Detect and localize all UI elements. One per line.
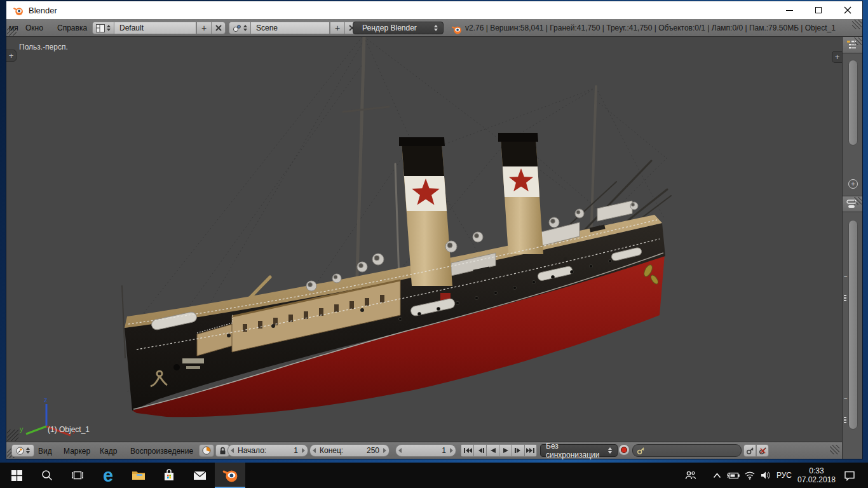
- delete-keyframe-button[interactable]: [756, 444, 769, 457]
- wifi-icon: [744, 471, 756, 480]
- scene-value: Scene: [256, 24, 278, 32]
- frame-end-value: 250: [343, 446, 379, 455]
- minimize-button[interactable]: [775, 1, 804, 19]
- properties-header: [843, 196, 862, 212]
- sync-mode-dropdown[interactable]: Без синхронизации: [540, 444, 618, 457]
- browse-arrows-icon: [243, 25, 247, 31]
- minus-icon[interactable]: −: [844, 273, 848, 280]
- close-button[interactable]: [833, 1, 862, 19]
- scene-browse-button[interactable]: [229, 22, 250, 34]
- language-indicator[interactable]: РУС: [773, 463, 796, 488]
- blender-logo-icon: [222, 466, 238, 483]
- info-header: мя Окно Справка Default +: [6, 19, 862, 37]
- increment-arrow-icon[interactable]: [450, 448, 453, 453]
- store-button[interactable]: [154, 463, 184, 488]
- clock-tray[interactable]: 0:33 07.02.2018: [796, 463, 837, 488]
- plus-icon: +: [9, 51, 14, 60]
- start-button[interactable]: [1, 463, 32, 488]
- mail-button[interactable]: [184, 463, 215, 488]
- play-reverse-button[interactable]: [486, 444, 499, 457]
- action-center-icon: [844, 470, 855, 481]
- frame-end-label: Конец:: [320, 446, 343, 455]
- frame-end-field[interactable]: Конец: 250: [309, 444, 390, 457]
- battery-tray-button[interactable]: [725, 463, 742, 488]
- minus-icon[interactable]: −: [844, 395, 848, 402]
- folder-icon: [132, 470, 146, 481]
- menu-frame[interactable]: Кадр: [100, 447, 117, 456]
- outliner-body: +: [843, 53, 862, 196]
- task-view-icon: [71, 470, 84, 480]
- screen-layout-browse-button[interactable]: [92, 22, 114, 34]
- tray-date: 07.02.2018: [797, 475, 836, 484]
- chevron-up-icon: [713, 473, 721, 478]
- view-perspective-label: Польз.-персп.: [19, 43, 68, 51]
- properties-scrollbar[interactable]: [848, 220, 858, 430]
- increment-arrow-icon[interactable]: [302, 448, 305, 453]
- properties-region-expand-tab[interactable]: +: [832, 51, 842, 63]
- scene-field[interactable]: Scene: [250, 22, 330, 34]
- jump-to-end-button[interactable]: [524, 444, 537, 457]
- ship-model[interactable]: [6, 37, 842, 442]
- record-icon: [621, 447, 627, 453]
- insert-keyframe-button[interactable]: [743, 444, 756, 457]
- maximize-button[interactable]: [804, 1, 833, 19]
- people-tray-button[interactable]: [681, 463, 700, 488]
- resize-grip[interactable]: [830, 445, 839, 454]
- wifi-tray-button[interactable]: [742, 463, 758, 488]
- increment-arrow-icon[interactable]: [383, 448, 386, 453]
- render-engine-dropdown[interactable]: Рендер Blender: [353, 22, 444, 34]
- blender-taskbar-button[interactable]: [215, 463, 245, 488]
- add-scene-button[interactable]: +: [330, 22, 344, 34]
- decrement-arrow-icon[interactable]: [231, 448, 234, 453]
- plus-icon: +: [201, 23, 207, 33]
- menu-marker[interactable]: Маркер: [64, 447, 90, 456]
- jump-to-start-button[interactable]: [461, 444, 473, 457]
- next-keyframe-button[interactable]: [512, 444, 524, 457]
- minimize-icon: [786, 10, 793, 11]
- keying-set-selector[interactable]: [632, 444, 742, 457]
- decrement-arrow-icon[interactable]: [398, 448, 402, 453]
- decrement-arrow-icon[interactable]: [313, 448, 316, 453]
- blender-logo-icon: [13, 5, 24, 16]
- resize-grip[interactable]: [7, 430, 18, 441]
- resize-grip[interactable]: [854, 37, 862, 45]
- action-center-button[interactable]: [840, 463, 859, 488]
- panel-drag-dots-icon[interactable]: [844, 295, 846, 301]
- file-explorer-button[interactable]: [123, 463, 154, 488]
- tray-time: 0:33: [809, 466, 824, 475]
- edge-browser-button[interactable]: e: [93, 463, 123, 488]
- tray-expand-button[interactable]: [709, 463, 724, 488]
- frame-start-field[interactable]: Начало: 1: [227, 444, 308, 457]
- toolshelf-expand-tab[interactable]: +: [6, 50, 17, 62]
- search-button[interactable]: [32, 463, 62, 488]
- jump-start-icon: [463, 447, 473, 454]
- titlebar[interactable]: Blender: [6, 1, 862, 19]
- delete-layout-button[interactable]: [211, 22, 226, 34]
- resize-grip[interactable]: [854, 197, 862, 205]
- add-layout-button[interactable]: +: [196, 22, 211, 34]
- current-frame-field[interactable]: 1: [395, 444, 456, 457]
- play-button[interactable]: [499, 444, 512, 457]
- language-label: РУС: [776, 471, 792, 480]
- menu-view[interactable]: Вид: [38, 447, 52, 456]
- screen-layout-field[interactable]: Default: [114, 22, 196, 34]
- playback-range-toggle[interactable]: [199, 444, 214, 457]
- menu-help[interactable]: Справка: [57, 24, 87, 32]
- panel-drag-dots-icon[interactable]: [844, 417, 846, 423]
- frame-start-value: 1: [266, 446, 298, 455]
- previous-keyframe-button[interactable]: [473, 444, 486, 457]
- task-view-button[interactable]: [62, 463, 93, 488]
- partial-menu-label[interactable]: мя: [9, 24, 18, 32]
- plus-glyph: +: [851, 180, 855, 187]
- viewport-3d[interactable]: Польз.-персп. + + z x y (1) Object_1: [6, 37, 842, 442]
- outliner-scrollbar[interactable]: [848, 60, 858, 146]
- play-icon: [501, 447, 511, 454]
- editor-type-selector[interactable]: [11, 444, 34, 457]
- menu-window[interactable]: Окно: [25, 24, 43, 32]
- x-icon: [215, 25, 222, 31]
- menu-playback[interactable]: Воспроизведение: [130, 447, 193, 456]
- auto-keyframe-record-button[interactable]: [618, 444, 630, 456]
- plus-icon[interactable]: +: [848, 179, 858, 189]
- volume-tray-button[interactable]: [757, 463, 774, 488]
- resize-grip[interactable]: [852, 20, 862, 29]
